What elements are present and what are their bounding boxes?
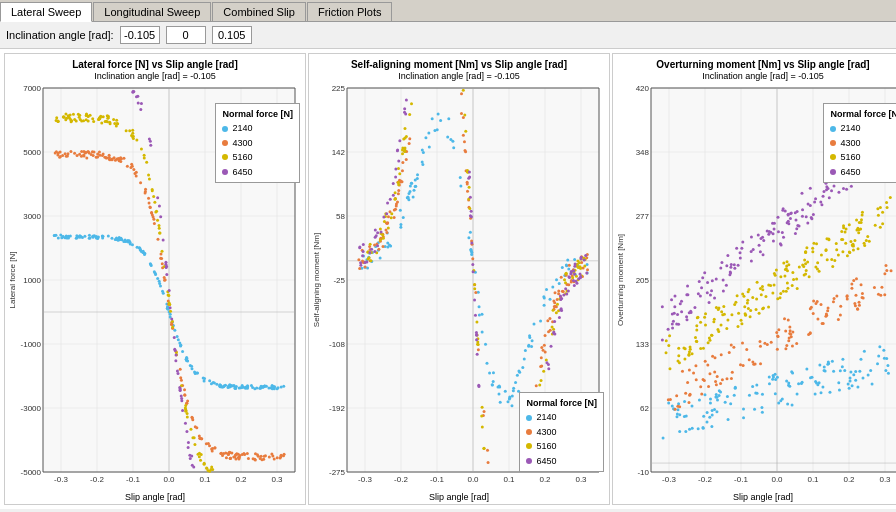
tab-friction-plots[interactable]: Friction Plots [307,2,393,21]
legend2-item3: 5160 [536,439,556,453]
angle-input-1[interactable] [120,26,160,44]
legend3-item1: 2140 [840,121,860,135]
plot3-title: Overturning moment [Nm] vs Slip angle [r… [656,58,869,71]
legend3-title: Normal force [N] [830,107,896,121]
angle-input-3[interactable] [212,26,252,44]
plot2-legend: Normal force [N] 2140 4300 5160 6450 [519,392,604,472]
plot3-legend: Normal force [N] 2140 4300 5160 6450 [823,103,896,183]
plot-overturning: Overturning moment [Nm] vs Slip angle [r… [612,53,896,505]
plot1-title: Lateral force [N] vs Slip angle [rad] [72,58,238,71]
legend1-item3: 5160 [232,150,252,164]
tab-combined-slip[interactable]: Combined Slip [212,2,306,21]
plot3-inner: Normal force [N] 2140 4300 5160 6450 [613,83,896,492]
inclination-label: Inclination angle [rad]: [6,29,114,41]
plot2-title: Self-aligning moment [Nm] vs Slip angle … [351,58,567,71]
plot1-subtitle: Inclination angle [rad] = -0.105 [94,71,215,81]
plot1-xlabel: Slip angle [rad] [125,492,185,502]
plot1-inner: Normal force [N] 2140 4300 5160 6450 [5,83,305,492]
legend2-item4: 6450 [536,454,556,468]
angle-input-2[interactable] [166,26,206,44]
legend1-item1: 2140 [232,121,252,135]
tab-bar: Lateral Sweep Longitudinal Sweep Combine… [0,0,896,22]
legend3-item2: 4300 [840,136,860,150]
tab-longitudinal-sweep[interactable]: Longitudinal Sweep [93,2,211,21]
plot-self-aligning: Self-aligning moment [Nm] vs Slip angle … [308,53,610,505]
plot2-subtitle: Inclination angle [rad] = -0.105 [398,71,519,81]
plot2-inner: Normal force [N] 2140 4300 5160 6450 [309,83,609,492]
plot1-legend: Normal force [N] 2140 4300 5160 6450 [215,103,300,183]
plot2-xlabel: Slip angle [rad] [429,492,489,502]
plot3-subtitle: Inclination angle [rad] = -0.105 [702,71,823,81]
legend1-item2: 4300 [232,136,252,150]
plot-lateral-force: Lateral force [N] vs Slip angle [rad] In… [4,53,306,505]
plot3-xlabel: Slip angle [rad] [733,492,793,502]
legend2-item1: 2140 [536,410,556,424]
legend3-item4: 6450 [840,165,860,179]
plots-area: Lateral force [N] vs Slip angle [rad] In… [0,49,896,509]
legend2-item2: 4300 [536,425,556,439]
legend3-item3: 5160 [840,150,860,164]
controls-bar: Inclination angle [rad]: [0,22,896,49]
legend1-title: Normal force [N] [222,107,293,121]
tab-lateral-sweep[interactable]: Lateral Sweep [0,2,92,22]
legend1-item4: 6450 [232,165,252,179]
legend2-title: Normal force [N] [526,396,597,410]
